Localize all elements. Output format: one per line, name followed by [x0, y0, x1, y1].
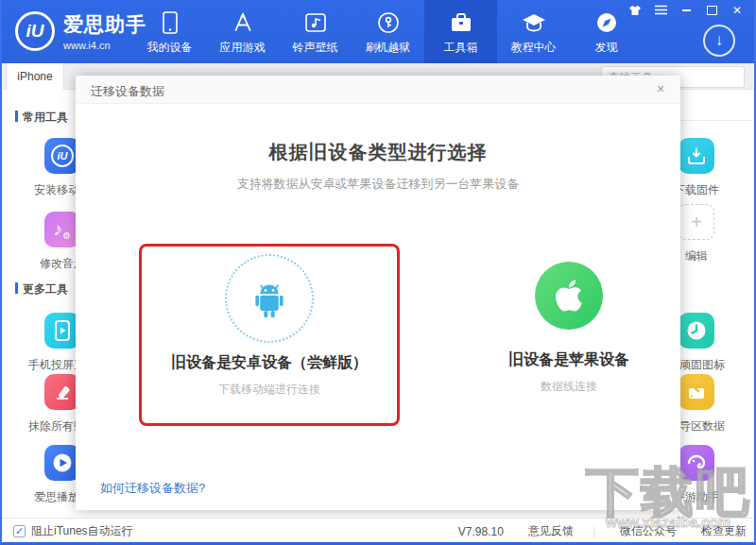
app-logo: iU 爱思助手 www.i4.cn	[15, 11, 146, 51]
wechat-link[interactable]: 微信公众号	[620, 523, 677, 539]
ringtone-wallpaper-icon	[304, 10, 327, 35]
nav-flash-jailbreak[interactable]: 刷机越狱	[352, 0, 424, 63]
divider: |	[593, 525, 595, 538]
nav-label: 我的设备	[147, 40, 193, 56]
section-more-tools: 更多工具	[15, 281, 68, 298]
version-text: V7.98.10	[458, 525, 504, 538]
apple-option-sublabel: 数据线连接	[427, 379, 711, 395]
download-arrow-icon: ↓	[715, 31, 724, 50]
nav-ringtone-wallpaper[interactable]: 铃声壁纸	[279, 0, 352, 63]
dialog-heading: 根据旧设备类型进行选择	[76, 140, 680, 165]
toolbox-icon	[450, 10, 472, 35]
discover-icon	[595, 10, 618, 35]
dialog-header: 迁移设备数据 ×	[76, 76, 680, 104]
dialog-close-icon[interactable]: ×	[652, 81, 669, 96]
checkbox-check-icon: ✓	[13, 525, 26, 537]
game-helper-icon	[679, 445, 714, 481]
nav-toolbox[interactable]: 工具箱	[424, 0, 497, 63]
dialog-title: 迁移设备数据	[91, 83, 164, 100]
migrate-data-dialog: 迁移设备数据 × 根据旧设备类型进行选择 支持将数据从安卓或苹果设备迁移到另一台…	[76, 76, 680, 510]
how-to-migrate-link[interactable]: 如何迁移设备数据?	[100, 480, 205, 497]
check-update-link[interactable]: 检查更新	[701, 523, 747, 539]
nav-label: 教程中心	[511, 40, 557, 56]
maximize-icon[interactable]	[704, 4, 719, 16]
android-icon	[225, 254, 314, 343]
dialog-subheading: 支持将数据从安卓或苹果设备迁移到另一台苹果设备	[76, 176, 680, 193]
section-common-tools: 常用工具	[15, 110, 68, 126]
window-controls: ✕	[627, 4, 745, 16]
tab-iphone[interactable]: iPhone	[6, 63, 64, 90]
checkbox-label: 阻止iTunes自动运行	[31, 523, 133, 539]
menu-icon[interactable]	[653, 4, 668, 16]
status-bar: ✓ 阻止iTunes自动运行 V7.98.10 意见反馈 | 微信公众号 检查更…	[2, 518, 756, 542]
nav-label: 应用游戏	[220, 40, 266, 56]
nav-label: 铃声壁纸	[293, 40, 338, 56]
logo-icon: iU	[15, 11, 55, 51]
nav-label: 发现	[595, 40, 618, 56]
apple-option-label: 旧设备是苹果设备	[427, 350, 711, 370]
nav-my-device[interactable]: 我的设备	[133, 0, 206, 63]
close-icon[interactable]: ✕	[730, 4, 745, 16]
tutorial-icon	[522, 10, 546, 35]
flash-jailbreak-icon	[377, 10, 400, 35]
minimize-icon[interactable]	[679, 4, 694, 16]
feedback-link[interactable]: 意见反馈	[528, 523, 574, 539]
option-android-device[interactable]: 旧设备是安卓设备（尝鲜版） 下载移动端进行连接	[139, 244, 400, 426]
nav-label: 工具箱	[444, 40, 478, 56]
app-window: iU 爱思助手 www.i4.cn 我的设备 应用游戏	[0, 0, 756, 545]
my-device-icon	[162, 10, 179, 35]
android-option-label: 旧设备是安卓设备（尝鲜版）	[142, 353, 397, 373]
nav-app-games[interactable]: 应用游戏	[206, 0, 279, 63]
block-itunes-checkbox[interactable]: ✓ 阻止iTunes自动运行	[13, 523, 133, 539]
nav-tutorial-center[interactable]: 教程中心	[497, 0, 570, 63]
android-option-sublabel: 下载移动端进行连接	[142, 382, 397, 398]
main-nav: 我的设备 应用游戏 铃声壁纸 刷机越狱	[133, 0, 643, 63]
option-apple-device[interactable]: 旧设备是苹果设备 数据线连接	[427, 244, 711, 426]
download-firmware-icon	[679, 138, 714, 174]
nav-label: 刷机越狱	[366, 40, 411, 56]
app-games-icon	[232, 10, 254, 35]
apple-icon	[535, 262, 603, 330]
edit-plus-icon: +	[679, 204, 714, 240]
download-manager-button[interactable]: ↓	[703, 25, 735, 57]
theme-icon[interactable]	[627, 4, 643, 16]
